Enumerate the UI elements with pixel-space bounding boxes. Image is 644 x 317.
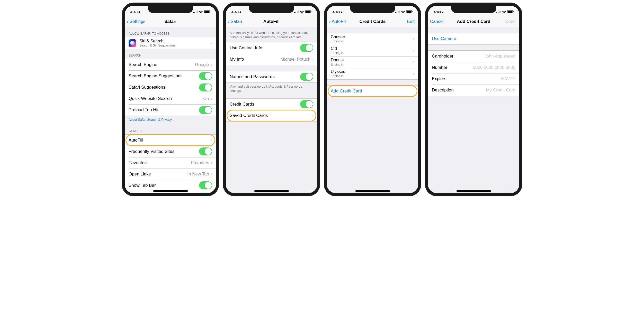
svg-rect-23 [499,11,500,13]
svg-rect-19 [407,11,412,13]
row-label: Use Contact Info [230,45,300,51]
back-button[interactable]: ‹ Safari [228,18,248,25]
description-input[interactable] [460,88,515,93]
battery-icon [507,10,514,14]
row-use-camera[interactable]: Use Camera [428,33,519,44]
card-name: Chester [331,35,413,39]
row-expires[interactable]: Expires [428,73,519,85]
field-label: Number [432,65,460,70]
row-preload-top-hit[interactable]: Preload Top Hit [125,104,216,116]
svg-rect-9 [297,11,298,13]
card-sub: Ending in [331,51,413,55]
svg-rect-27 [513,11,514,12]
row-description[interactable]: Description [428,85,519,96]
group-contact-info: Use Contact Info My Info Michael Potuck … [226,42,317,65]
row-detail: Michael Potuck [281,57,310,62]
row-safari-suggestions[interactable]: Safari Suggestions [125,82,216,93]
status-icons [193,10,210,14]
card-row[interactable]: Donnie Ending in › [327,56,418,68]
content-scroll[interactable]: ALLOW SAFARI TO ACCESS Siri & Search Sea… [125,27,216,193]
cardholder-input[interactable] [460,54,515,59]
toggle-search-suggestions[interactable] [199,72,212,80]
chevron-right-icon: › [211,160,212,165]
card-name: Ulysses [331,69,413,74]
chevron-left-icon: ‹ [127,18,129,25]
spacer [428,27,519,33]
screen: ‹ Safari AutoFill Automatically fill out… [226,6,317,193]
row-number[interactable]: Number [428,62,519,73]
toggle-credit-cards[interactable] [300,100,313,108]
row-my-info[interactable]: My Info Michael Potuck › [226,54,317,65]
nav-bar: ‹ AutoFill Credit Cards Edit [327,16,418,27]
row-label: Search Engine [129,62,195,67]
expires-input[interactable] [460,76,515,81]
spacer [327,80,418,85]
row-credit-cards[interactable]: Credit Cards [226,99,317,110]
row-label: Credit Cards [230,102,300,107]
row-label: My Info [230,57,281,62]
screen: ‹ Settings Safari ALLOW SAFARI TO ACCESS… [125,6,216,193]
screen: Cancel Add Credit Card Done Use Camera C… [428,6,519,193]
status-time: 4:43 [231,10,239,14]
svg-rect-6 [210,11,210,12]
svg-rect-5 [204,11,209,13]
home-indicator[interactable] [456,190,491,192]
back-button[interactable]: ‹ Settings [127,18,147,25]
row-detail: Favorites [191,160,209,165]
cancel-button[interactable]: Cancel [430,19,451,24]
row-quick-website-search[interactable]: Quick Website Search On › [125,93,216,104]
svg-rect-24 [500,11,501,13]
row-use-contact-info[interactable]: Use Contact Info [226,42,317,54]
card-row[interactable]: Chester Ending in › [327,33,418,45]
row-autofill[interactable]: AutoFill › [125,135,216,146]
row-search-engine[interactable]: Search Engine Google › [125,59,216,70]
toggle-block-popups[interactable] [199,193,212,193]
wifi-icon [199,10,203,14]
status-time: 4:43 [333,10,340,14]
done-button[interactable]: Done [502,19,517,24]
row-cardholder[interactable]: Cardholder [428,51,519,62]
home-indicator[interactable] [355,190,390,192]
row-favorites[interactable]: Favorites Favorites › [125,157,216,169]
content-scroll[interactable]: Automatically fill out web forms using y… [226,27,317,193]
signal-icon [496,10,501,14]
row-siri-search[interactable]: Siri & Search Search & Siri Suggestions … [125,37,216,49]
row-show-tab-bar[interactable]: Show Tab Bar [125,180,216,191]
card-row[interactable]: Cid Ending in › [327,45,418,56]
content-scroll[interactable]: Use Camera Cardholder Number Expires [428,27,519,193]
toggle-preload[interactable] [199,106,212,114]
row-open-links[interactable]: Open Links In New Tab › [125,169,216,180]
toggle-safari-suggestions[interactable] [199,83,212,91]
location-icon: ➤ [441,10,445,14]
siri-subtitle: Search & Siri Suggestions [139,44,211,47]
back-button[interactable]: ‹ AutoFill [329,18,350,25]
content-scroll[interactable]: Chester Ending in › Cid Ending in › Donn… [327,27,418,193]
toggle-names-passwords[interactable] [300,73,313,81]
row-names-passwords[interactable]: Names and Passwords [226,71,317,82]
toggle-show-tab-bar[interactable] [199,181,212,189]
nav-bar: ‹ Safari AutoFill [226,16,317,27]
back-label: Settings [130,19,145,24]
svg-rect-14 [395,12,396,13]
status-time: 4:43 [130,10,138,14]
notch [249,6,294,13]
battery-icon [305,10,311,14]
home-indicator[interactable] [254,190,289,192]
row-search-suggestions[interactable]: Search Engine Suggestions [125,70,216,82]
row-frequently-visited[interactable]: Frequently Visited Sites [125,146,216,157]
card-row[interactable]: Ulysses Ending in › [327,68,418,79]
autofill-intro: Automatically fill out web forms using y… [226,27,317,42]
chevron-right-icon: › [211,96,212,101]
toggle-use-contact[interactable] [300,44,313,52]
field-label: Description [432,88,460,93]
toggle-freq-visited[interactable] [199,147,212,155]
svg-rect-8 [296,12,296,13]
row-label: Quick Website Search [129,96,203,101]
number-input[interactable] [460,65,515,70]
edit-button[interactable]: Edit [401,19,416,24]
home-indicator[interactable] [153,190,188,192]
row-add-credit-card[interactable]: Add Credit Card [327,86,418,97]
row-saved-credit-cards[interactable]: Saved Credit Cards › [226,110,317,121]
about-privacy-link[interactable]: About Safari Search & Privacy... [125,116,216,125]
wifi-icon [502,10,506,14]
